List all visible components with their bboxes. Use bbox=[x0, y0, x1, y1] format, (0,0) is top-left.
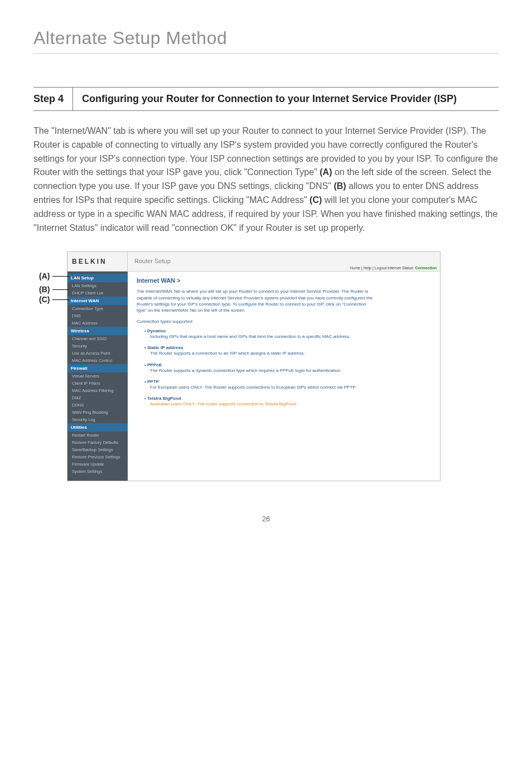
router-header-title-text: Router Setup bbox=[134, 258, 171, 264]
connection-type-item: Static IP addressThe Router supports a c… bbox=[144, 345, 431, 356]
sidebar-item[interactable]: DDNS bbox=[67, 401, 128, 409]
router-header-title: Router Setup Home | Help | Logout Intern… bbox=[128, 252, 440, 271]
internet-status: Connection bbox=[415, 266, 437, 270]
screenshot-container: (A) (B) (C) BELKIN Router Setup Home | H… bbox=[67, 251, 499, 481]
callout-b-label: (B) bbox=[39, 285, 50, 294]
sidebar-section-head: LAN Setup bbox=[67, 274, 128, 282]
sidebar-item[interactable]: DNS bbox=[67, 312, 128, 320]
content-title[interactable]: Internet WAN > bbox=[137, 277, 431, 284]
sidebar-section-head: Wireless bbox=[67, 327, 128, 335]
connection-types-list: DynamicIncluding ISPs that require a hos… bbox=[144, 328, 431, 407]
connection-type-title[interactable]: PPTP bbox=[144, 379, 431, 384]
connection-type-desc: Australian users ONLY. The router suppor… bbox=[150, 401, 373, 407]
sidebar-item[interactable]: WAN Ping Blocking bbox=[67, 409, 128, 416]
sidebar-item[interactable]: Security Log bbox=[67, 416, 128, 423]
page-number: 26 bbox=[33, 515, 499, 523]
connection-type-desc: For European users ONLY. The Router supp… bbox=[150, 384, 373, 390]
connection-type-item: DynamicIncluding ISPs that require a hos… bbox=[144, 328, 431, 340]
callout-column: (A) (B) (C) bbox=[39, 272, 50, 305]
callout-b: (B) bbox=[39, 285, 50, 294]
router-screenshot: BELKIN Router Setup Home | Help | Logout… bbox=[67, 251, 441, 481]
sidebar-item[interactable]: DHCP Client List bbox=[67, 289, 128, 297]
sidebar-item[interactable]: Security bbox=[67, 342, 128, 350]
sidebar-item[interactable]: MAC Address bbox=[67, 320, 128, 327]
callout-a-label: (A) bbox=[39, 272, 50, 280]
step-heading: Configuring your Router for Connection t… bbox=[73, 88, 499, 110]
router-body: LAN SetupLAN SettingsDHCP Client ListInt… bbox=[67, 272, 440, 481]
sidebar-item[interactable]: Use as Access Point bbox=[67, 350, 128, 357]
sidebar-item[interactable]: System Settings bbox=[67, 468, 128, 475]
sidebar-item[interactable]: Firmware Update bbox=[67, 461, 128, 468]
sidebar-item[interactable]: MAC Address Filtering bbox=[67, 387, 128, 394]
page-title: Alternate Setup Method bbox=[33, 28, 499, 54]
callout-c-line bbox=[52, 299, 69, 300]
sidebar-item[interactable]: Virtual Servers bbox=[67, 372, 128, 380]
sidebar-item[interactable]: MAC Address Control bbox=[67, 357, 128, 364]
connection-type-desc: The Router supports a connection to an I… bbox=[150, 350, 373, 356]
sidebar-section-head: Internet WAN bbox=[67, 297, 128, 305]
sidebar-item[interactable]: Save/Backup Settings bbox=[67, 446, 128, 453]
connection-type-item: PPPoEThe Router supports a dynamic conne… bbox=[144, 362, 431, 374]
connection-type-desc: The Router supports a dynamic connection… bbox=[150, 367, 373, 374]
connection-type-item: Telstra BigPondAustralian users ONLY. Th… bbox=[144, 396, 431, 407]
router-sidebar: LAN SetupLAN SettingsDHCP Client ListInt… bbox=[67, 272, 128, 481]
router-logo: BELKIN bbox=[67, 252, 128, 271]
ref-b: (B) bbox=[333, 181, 346, 191]
body-paragraph: The "Internet/WAN" tab is where you will… bbox=[33, 124, 499, 235]
connection-type-item: PPTPFor European users ONLY. The Router … bbox=[144, 379, 431, 390]
sidebar-item[interactable]: Restore Factory Defaults bbox=[67, 439, 128, 446]
connection-type-title[interactable]: PPPoE bbox=[144, 362, 431, 367]
ref-a: (A) bbox=[320, 167, 332, 177]
connection-type-title[interactable]: Static IP address bbox=[144, 345, 431, 350]
connection-type-desc: Including ISPs that require a host name … bbox=[150, 333, 373, 340]
callout-a: (A) bbox=[39, 272, 50, 280]
sidebar-item[interactable]: Restart Router bbox=[67, 432, 128, 439]
content-description: The Internet/WAN Tab is where you will s… bbox=[137, 288, 376, 313]
sidebar-item[interactable]: DMZ bbox=[67, 394, 128, 401]
sidebar-item[interactable]: Connection Type bbox=[67, 305, 128, 312]
toplinks-text: Home | Help | Logout Internet Status: bbox=[350, 266, 415, 270]
ref-c: (C) bbox=[309, 195, 322, 205]
sidebar-item[interactable]: Channel and SSID bbox=[67, 335, 128, 342]
connection-type-title[interactable]: Telstra BigPond bbox=[144, 396, 431, 401]
connection-type-title[interactable]: Dynamic bbox=[144, 328, 431, 333]
sidebar-item[interactable]: LAN Settings bbox=[67, 282, 128, 289]
sidebar-section-head: Firewall bbox=[67, 364, 128, 372]
step-number: Step 4 bbox=[33, 88, 73, 110]
sidebar-section-head: Utilities bbox=[67, 423, 128, 432]
sidebar-item[interactable]: Client IP Filters bbox=[67, 380, 128, 387]
callout-c: (C) bbox=[39, 295, 50, 304]
callout-a-line bbox=[52, 276, 69, 277]
sidebar-item[interactable]: Restore Previous Settings bbox=[67, 453, 128, 461]
step-heading-row: Step 4 Configuring your Router for Conne… bbox=[33, 87, 499, 111]
callout-b-line bbox=[52, 289, 69, 290]
content-supported-label: Connection types supported: bbox=[137, 319, 431, 324]
router-header: BELKIN Router Setup Home | Help | Logout… bbox=[67, 252, 440, 272]
router-content: Internet WAN > The Internet/WAN Tab is w… bbox=[128, 272, 440, 481]
callout-c-label: (C) bbox=[39, 295, 50, 304]
router-toplinks[interactable]: Home | Help | Logout Internet Status: Co… bbox=[350, 266, 437, 270]
